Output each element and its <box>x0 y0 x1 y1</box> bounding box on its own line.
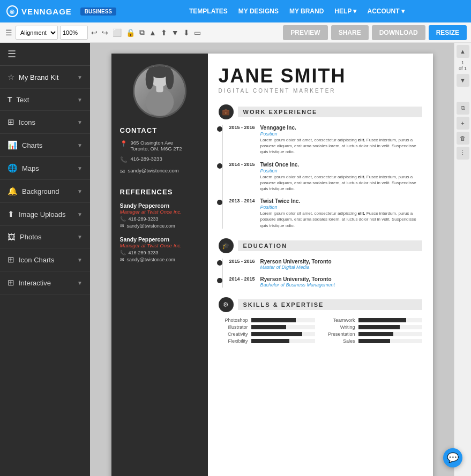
reference-item-1: Sandy Peppercorn Manager at Twist Once I… <box>120 202 199 229</box>
skills-header: ⚙ SKILLS & EXPERTISE <box>219 297 422 312</box>
work-position-1: Position <box>260 131 422 137</box>
add-page-btn[interactable]: + <box>457 117 469 130</box>
contact-address: 📍 965 Ossington Ave Toronto, ON. M6G 2T2 <box>120 140 199 152</box>
delete-page-btn[interactable]: 🗑 <box>457 132 469 145</box>
work-item-2: 2014 - 2015 Twist Once Inc. Position Lor… <box>227 162 422 192</box>
work-experience-timeline: 2015 - 2016 Venngage Inc. Position Lorem… <box>219 125 422 229</box>
sidebar-item-brand[interactable]: ☆ My Brand Kit ▼ <box>0 66 90 89</box>
ref1-phone: 📞 416-289-3233 <box>120 216 199 222</box>
app-logo[interactable]: ◎ VENNGAGE <box>6 5 72 17</box>
ref1-phone-icon: 📞 <box>120 216 126 222</box>
sidebar-item-interactive[interactable]: ⊞ Interactive ▼ <box>0 271 90 294</box>
skill-creativity-bar <box>251 332 315 336</box>
skills-right: Teamwork Writing <box>326 318 422 345</box>
sidebar-item-maps[interactable]: 🌐 Maps ▼ <box>0 157 90 180</box>
crop-icon[interactable]: ⬜ <box>111 27 123 38</box>
sidebar-item-icon-charts[interactable]: ⊞ Icon Charts ▼ <box>0 248 90 271</box>
sidebar-item-text[interactable]: T Text ▼ <box>0 89 90 111</box>
edu-item-2: 2014 - 2015 Ryerson University, Toronto … <box>227 276 422 288</box>
edu-school-2: Ryerson University, Toronto <box>260 276 422 282</box>
align-bottom-icon[interactable]: ⬇ <box>182 27 191 38</box>
skills-grid: Photoshop Illustrator <box>219 318 422 345</box>
chevron-icons: ▼ <box>77 119 83 125</box>
work-position-2: Position <box>260 168 422 173</box>
down-icon[interactable]: ▼ <box>170 27 180 38</box>
chevron-interactive: ▼ <box>77 280 83 286</box>
skill-flexibility: Flexibility <box>219 338 315 344</box>
canvas-area[interactable]: CONTACT 📍 965 Ossington Ave Toronto, ON.… <box>90 43 454 476</box>
ref1-email: ✉ sandy@twistonce.com <box>120 223 199 229</box>
download-button[interactable]: DOWNLOAD <box>372 25 425 40</box>
skills-section: ⚙ SKILLS & EXPERTISE Photoshop <box>219 297 422 345</box>
delete-icon[interactable]: ▭ <box>193 27 202 38</box>
chevron-maps: ▼ <box>77 165 83 171</box>
svg-point-3 <box>145 69 153 89</box>
sidebar-label-photos: Photos <box>20 233 73 241</box>
star-icon: ☆ <box>8 72 14 82</box>
alignment-select[interactable]: Alignment <box>16 26 58 40</box>
more-options-btn[interactable]: ⋮ <box>457 147 469 160</box>
undo-icon[interactable]: ↩ <box>90 27 99 38</box>
sidebar-label-interactive: Interactive <box>19 279 73 287</box>
skill-photoshop-fill <box>251 318 296 322</box>
toolbar: ☰ Alignment ↩ ↪ ⬜ 🔒 ⧉ ▲ ⬆ ▼ ⬇ ▭ PREVIEW … <box>0 22 471 43</box>
skill-photoshop-bar <box>251 318 315 322</box>
nav-templates[interactable]: TEMPLATES <box>189 7 228 15</box>
photos-icon: 🖼 <box>8 232 16 241</box>
up-icon[interactable]: ▲ <box>148 27 158 38</box>
share-button[interactable]: SHARE <box>331 25 369 40</box>
skill-sales: Sales <box>326 338 422 344</box>
sidebar-hamburger[interactable]: ☰ <box>0 43 90 66</box>
skill-flexibility-label: Flexibility <box>219 338 248 344</box>
preview-button[interactable]: PREVIEW <box>283 25 327 40</box>
education-timeline: 2015 - 2016 Ryerson University, Toronto … <box>219 259 422 288</box>
scroll-down-btn[interactable]: ▼ <box>457 74 469 87</box>
skill-illustrator: Illustrator <box>219 324 315 330</box>
edu-degree-2: Bachelor of Business Management <box>260 282 422 288</box>
nav-my-designs[interactable]: MY DESIGNS <box>238 7 279 15</box>
skill-sales-fill <box>358 339 391 343</box>
work-item-3: 2013 - 2014 Twist Twice Inc. Position Lo… <box>227 198 422 229</box>
nav-help[interactable]: HELP ▾ <box>334 7 356 15</box>
zoom-input[interactable] <box>60 26 88 40</box>
skill-creativity-label: Creativity <box>219 331 248 337</box>
sidebar-label-icon-charts: Icon Charts <box>19 256 73 264</box>
work-date-1: 2015 - 2016 <box>229 125 256 155</box>
nav-my-brand[interactable]: MY BRAND <box>289 7 324 15</box>
work-company-3: Twist Twice Inc. <box>260 198 422 204</box>
redo-icon[interactable]: ↪ <box>101 27 109 38</box>
resize-button[interactable]: RESIZE <box>429 25 467 40</box>
align-top-icon[interactable]: ⬆ <box>160 27 168 38</box>
hamburger-icon[interactable]: ☰ <box>8 49 16 59</box>
sidebar-label-icons: Icons <box>19 118 73 126</box>
chat-bubble[interactable]: 💬 <box>443 448 462 467</box>
sidebar-label-brand: My Brand Kit <box>19 73 73 81</box>
reference-item-2: Sandy Peppercorn Manager at Twist Once I… <box>120 236 199 262</box>
skill-writing-bar <box>358 325 422 329</box>
sidebar-label-text: Text <box>17 96 73 104</box>
edu-item-1: 2015 - 2016 Ryerson University, Toronto … <box>227 259 422 270</box>
ref1-name: Sandy Peppercorn <box>120 202 199 209</box>
scroll-up-btn[interactable]: ▲ <box>457 45 469 58</box>
sidebar-item-charts[interactable]: 📊 Charts ▼ <box>0 134 90 157</box>
sidebar-item-image-uploads[interactable]: ⬆ Image Uploads ▼ <box>0 203 90 226</box>
sidebar: ☰ ☆ My Brand Kit ▼ T Text ▼ ⊞ Icons ▼ 📊 … <box>0 43 90 476</box>
hamburger-icon[interactable]: ☰ <box>4 27 13 38</box>
contact-address-text: 965 Ossington Ave Toronto, ON. M6G 2T2 <box>131 140 182 152</box>
copy-page-btn[interactable]: ⧉ <box>457 102 469 115</box>
lock-icon[interactable]: 🔒 <box>125 27 136 38</box>
sidebar-item-icons[interactable]: ⊞ Icons ▼ <box>0 111 90 134</box>
sidebar-item-background[interactable]: 🔔 Background ▼ <box>0 180 90 203</box>
phone-icon: 📞 <box>120 156 128 163</box>
ref1-email-icon: ✉ <box>120 223 124 229</box>
education-title: EDUCATION <box>238 240 422 251</box>
work-content-1: Venngage Inc. Position Lorem ipsum dolor… <box>260 125 422 155</box>
skill-teamwork: Teamwork <box>326 318 422 323</box>
image-uploads-icon: ⬆ <box>8 209 14 219</box>
education-icon: 🎓 <box>219 238 234 253</box>
copy-icon[interactable]: ⧉ <box>138 27 146 38</box>
nav-account[interactable]: ACCOUNT ▾ <box>367 7 404 15</box>
edu-date-1: 2015 - 2016 <box>229 259 256 270</box>
skill-photoshop-label: Photoshop <box>219 318 248 323</box>
sidebar-item-photos[interactable]: 🖼 Photos ▼ <box>0 226 90 248</box>
